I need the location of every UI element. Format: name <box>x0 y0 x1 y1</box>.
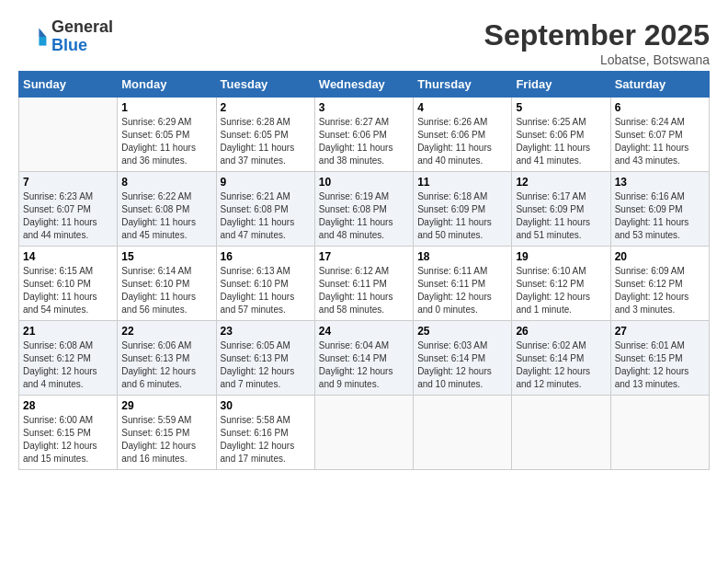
calendar-cell: 12Sunrise: 6:17 AMSunset: 6:09 PMDayligh… <box>512 172 610 247</box>
day-info: Sunrise: 6:15 AMSunset: 6:10 PMDaylight:… <box>23 265 113 316</box>
day-number: 18 <box>417 250 507 263</box>
calendar-cell: 21Sunrise: 6:08 AMSunset: 6:12 PMDayligh… <box>19 321 118 396</box>
day-info: Sunrise: 6:03 AMSunset: 6:14 PMDaylight:… <box>417 339 507 391</box>
day-info: Sunrise: 6:11 AMSunset: 6:11 PMDaylight:… <box>417 265 507 316</box>
calendar-cell: 16Sunrise: 6:13 AMSunset: 6:10 PMDayligh… <box>216 247 314 321</box>
day-number: 17 <box>319 250 409 263</box>
page-header: General Blue September 2025 Lobatse, Bot… <box>18 18 710 67</box>
day-number: 7 <box>23 176 113 189</box>
calendar-cell: 10Sunrise: 6:19 AMSunset: 6:08 PMDayligh… <box>314 172 413 247</box>
title-block: September 2025 Lobatse, Botswana <box>484 18 710 67</box>
calendar-cell: 27Sunrise: 6:01 AMSunset: 6:15 PMDayligh… <box>610 321 709 396</box>
day-number: 1 <box>121 101 211 114</box>
day-info: Sunrise: 6:23 AMSunset: 6:07 PMDaylight:… <box>23 190 113 242</box>
header-thursday: Thursday <box>414 72 512 98</box>
day-number: 21 <box>23 325 113 338</box>
calendar-week-1: 1Sunrise: 6:29 AMSunset: 6:05 PMDaylight… <box>19 98 710 172</box>
day-info: Sunrise: 6:26 AMSunset: 6:06 PMDaylight:… <box>417 116 507 167</box>
calendar-week-5: 28Sunrise: 6:00 AMSunset: 6:15 PMDayligh… <box>19 396 710 470</box>
calendar-week-3: 14Sunrise: 6:15 AMSunset: 6:10 PMDayligh… <box>19 247 710 321</box>
day-number: 24 <box>319 325 409 338</box>
calendar-cell <box>414 396 512 470</box>
calendar-cell: 6Sunrise: 6:24 AMSunset: 6:07 PMDaylight… <box>610 98 709 172</box>
calendar-cell: 28Sunrise: 6:00 AMSunset: 6:15 PMDayligh… <box>19 396 118 470</box>
day-number: 6 <box>615 101 705 114</box>
header-saturday: Saturday <box>610 72 709 98</box>
day-info: Sunrise: 6:00 AMSunset: 6:15 PMDaylight:… <box>23 414 113 465</box>
header-sunday: Sunday <box>19 72 118 98</box>
day-info: Sunrise: 6:16 AMSunset: 6:09 PMDaylight:… <box>615 190 705 242</box>
day-number: 16 <box>221 250 311 263</box>
location: Lobatse, Botswana <box>484 52 710 67</box>
calendar-cell: 26Sunrise: 6:02 AMSunset: 6:14 PMDayligh… <box>512 321 610 396</box>
day-info: Sunrise: 6:19 AMSunset: 6:08 PMDaylight:… <box>319 190 409 242</box>
day-info: Sunrise: 6:24 AMSunset: 6:07 PMDaylight:… <box>615 116 705 167</box>
calendar-cell: 1Sunrise: 6:29 AMSunset: 6:05 PMDaylight… <box>118 98 216 172</box>
calendar-header-row: SundayMondayTuesdayWednesdayThursdayFrid… <box>19 72 710 98</box>
day-info: Sunrise: 6:18 AMSunset: 6:09 PMDaylight:… <box>417 190 507 242</box>
calendar-cell: 15Sunrise: 6:14 AMSunset: 6:10 PMDayligh… <box>118 247 216 321</box>
day-info: Sunrise: 6:04 AMSunset: 6:14 PMDaylight:… <box>319 339 409 391</box>
day-number: 26 <box>516 325 606 338</box>
day-info: Sunrise: 5:58 AMSunset: 6:16 PMDaylight:… <box>221 414 311 465</box>
day-number: 12 <box>516 176 606 189</box>
day-info: Sunrise: 6:05 AMSunset: 6:13 PMDaylight:… <box>221 339 311 391</box>
calendar-cell: 29Sunrise: 5:59 AMSunset: 6:15 PMDayligh… <box>118 396 216 470</box>
calendar-cell: 24Sunrise: 6:04 AMSunset: 6:14 PMDayligh… <box>314 321 413 396</box>
calendar-cell: 2Sunrise: 6:28 AMSunset: 6:05 PMDaylight… <box>216 98 314 172</box>
calendar-cell: 22Sunrise: 6:06 AMSunset: 6:13 PMDayligh… <box>118 321 216 396</box>
calendar-cell: 8Sunrise: 6:22 AMSunset: 6:08 PMDaylight… <box>118 172 216 247</box>
calendar-cell: 18Sunrise: 6:11 AMSunset: 6:11 PMDayligh… <box>414 247 512 321</box>
day-number: 15 <box>121 250 211 263</box>
day-info: Sunrise: 6:25 AMSunset: 6:06 PMDaylight:… <box>516 116 606 167</box>
day-number: 2 <box>221 101 311 114</box>
day-info: Sunrise: 6:10 AMSunset: 6:12 PMDaylight:… <box>516 265 606 316</box>
calendar-cell: 3Sunrise: 6:27 AMSunset: 6:06 PMDaylight… <box>314 98 413 172</box>
header-tuesday: Tuesday <box>216 72 314 98</box>
calendar-cell <box>512 396 610 470</box>
day-info: Sunrise: 6:02 AMSunset: 6:14 PMDaylight:… <box>516 339 606 391</box>
header-monday: Monday <box>118 72 216 98</box>
day-number: 10 <box>319 176 409 189</box>
day-info: Sunrise: 6:14 AMSunset: 6:10 PMDaylight:… <box>121 265 211 316</box>
calendar-cell: 5Sunrise: 6:25 AMSunset: 6:06 PMDaylight… <box>512 98 610 172</box>
logo-blue: Blue <box>51 36 87 54</box>
day-number: 19 <box>516 250 606 263</box>
svg-marker-0 <box>39 28 46 37</box>
day-info: Sunrise: 6:21 AMSunset: 6:08 PMDaylight:… <box>221 190 311 242</box>
calendar-cell: 11Sunrise: 6:18 AMSunset: 6:09 PMDayligh… <box>414 172 512 247</box>
day-info: Sunrise: 6:17 AMSunset: 6:09 PMDaylight:… <box>516 190 606 242</box>
calendar-cell <box>314 396 413 470</box>
day-info: Sunrise: 6:27 AMSunset: 6:06 PMDaylight:… <box>319 116 409 167</box>
logo-text: General Blue <box>51 18 113 55</box>
calendar-cell: 20Sunrise: 6:09 AMSunset: 6:12 PMDayligh… <box>610 247 709 321</box>
day-number: 25 <box>417 325 507 338</box>
day-number: 22 <box>121 325 211 338</box>
day-number: 28 <box>23 399 113 412</box>
day-number: 23 <box>221 325 311 338</box>
day-info: Sunrise: 5:59 AMSunset: 6:15 PMDaylight:… <box>121 414 211 465</box>
day-info: Sunrise: 6:13 AMSunset: 6:10 PMDaylight:… <box>221 265 311 316</box>
calendar-cell: 30Sunrise: 5:58 AMSunset: 6:16 PMDayligh… <box>216 396 314 470</box>
day-number: 11 <box>417 176 507 189</box>
day-info: Sunrise: 6:22 AMSunset: 6:08 PMDaylight:… <box>121 190 211 242</box>
header-wednesday: Wednesday <box>314 72 413 98</box>
day-number: 8 <box>121 176 211 189</box>
day-info: Sunrise: 6:01 AMSunset: 6:15 PMDaylight:… <box>615 339 705 391</box>
day-info: Sunrise: 6:12 AMSunset: 6:11 PMDaylight:… <box>319 265 409 316</box>
calendar-cell: 23Sunrise: 6:05 AMSunset: 6:13 PMDayligh… <box>216 321 314 396</box>
day-number: 3 <box>319 101 409 114</box>
day-number: 9 <box>221 176 311 189</box>
svg-marker-1 <box>39 37 46 46</box>
calendar-week-2: 7Sunrise: 6:23 AMSunset: 6:07 PMDaylight… <box>19 172 710 247</box>
calendar-cell: 4Sunrise: 6:26 AMSunset: 6:06 PMDaylight… <box>414 98 512 172</box>
day-info: Sunrise: 6:28 AMSunset: 6:05 PMDaylight:… <box>221 116 311 167</box>
header-friday: Friday <box>512 72 610 98</box>
day-number: 20 <box>615 250 705 263</box>
calendar-week-4: 21Sunrise: 6:08 AMSunset: 6:12 PMDayligh… <box>19 321 710 396</box>
day-number: 29 <box>121 399 211 412</box>
day-number: 4 <box>417 101 507 114</box>
calendar-cell: 17Sunrise: 6:12 AMSunset: 6:11 PMDayligh… <box>314 247 413 321</box>
calendar-cell: 13Sunrise: 6:16 AMSunset: 6:09 PMDayligh… <box>610 172 709 247</box>
calendar-cell: 19Sunrise: 6:10 AMSunset: 6:12 PMDayligh… <box>512 247 610 321</box>
